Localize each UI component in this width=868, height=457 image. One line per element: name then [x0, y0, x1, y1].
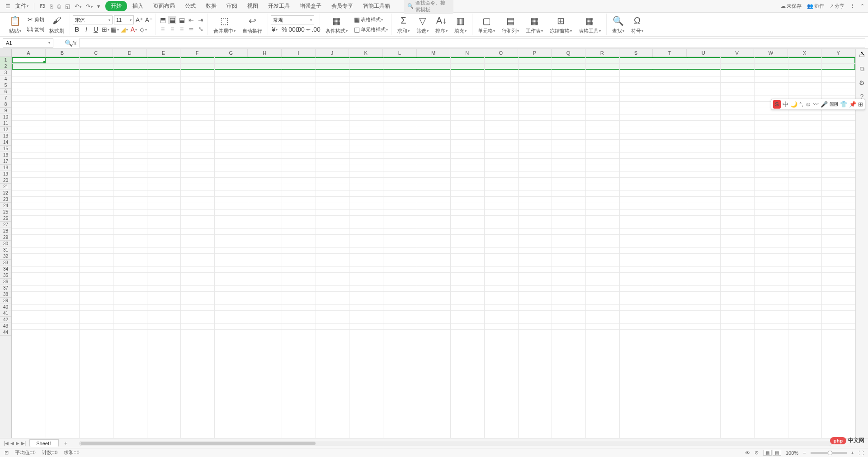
- tab-formula[interactable]: 公式: [180, 0, 200, 12]
- col-header-Y[interactable]: Y: [821, 49, 855, 57]
- table-style-button[interactable]: ▦表格样式: [352, 15, 389, 24]
- fill-button[interactable]: ▥填充: [452, 14, 469, 35]
- bold-icon[interactable]: B: [73, 25, 81, 33]
- add-sheet-button[interactable]: +: [61, 439, 70, 447]
- row-header-43[interactable]: 43: [0, 323, 11, 329]
- row-header-40[interactable]: 40: [0, 304, 11, 310]
- col-header-X[interactable]: X: [788, 49, 822, 57]
- row-header-10[interactable]: 10: [0, 114, 11, 120]
- row-header-30[interactable]: 30: [0, 241, 11, 247]
- col-header-Q[interactable]: Q: [552, 49, 585, 57]
- italic-icon[interactable]: I: [82, 25, 90, 33]
- hamburger-icon[interactable]: ☰: [4, 2, 12, 10]
- ime-keyboard-icon[interactable]: ⌨: [830, 101, 838, 108]
- zoom-formula-icon[interactable]: 🔍: [64, 39, 72, 47]
- sort-button[interactable]: A↓排序: [433, 14, 450, 35]
- filter-button[interactable]: ▽筛选: [414, 14, 431, 35]
- view-normal-icon[interactable]: ▦: [763, 450, 772, 456]
- status-record-icon[interactable]: ⊡: [5, 450, 9, 456]
- rowcol-button[interactable]: ▤行和列: [499, 14, 522, 35]
- col-header-D[interactable]: D: [113, 49, 147, 57]
- row-header-3[interactable]: 3: [0, 70, 11, 76]
- col-header-R[interactable]: R: [585, 49, 619, 57]
- row-header-7[interactable]: 7: [0, 95, 11, 101]
- more-menu-icon[interactable]: ⋮: [850, 3, 855, 9]
- ime-grid-icon[interactable]: ⊞: [858, 101, 863, 108]
- tab-view[interactable]: 视图: [243, 0, 263, 12]
- row-header-8[interactable]: 8: [0, 101, 11, 108]
- wrap-text-button[interactable]: ↩自动换行: [240, 14, 265, 35]
- col-header-U[interactable]: U: [687, 49, 721, 57]
- row-header-16[interactable]: 16: [0, 152, 11, 158]
- col-header-K[interactable]: K: [349, 49, 383, 57]
- row-header-11[interactable]: 11: [0, 120, 11, 127]
- sidebar-select-icon[interactable]: ▭: [859, 52, 865, 59]
- col-header-P[interactable]: P: [518, 49, 552, 57]
- increase-indent-icon[interactable]: ⇥: [197, 16, 205, 24]
- fill-color-icon[interactable]: ◢: [120, 25, 128, 33]
- ime-lang[interactable]: 中: [783, 100, 788, 109]
- col-header-A[interactable]: A: [12, 49, 46, 57]
- tab-smarttools[interactable]: 智能工具箱: [359, 0, 395, 12]
- font-color-icon[interactable]: A: [130, 25, 138, 33]
- eye-icon[interactable]: 👁: [745, 450, 750, 456]
- row-header-9[interactable]: 9: [0, 108, 11, 114]
- row-header-36[interactable]: 36: [0, 279, 11, 285]
- row-header-12[interactable]: 12: [0, 127, 11, 133]
- align-center-icon[interactable]: ≡: [168, 25, 176, 33]
- zoom-out-icon[interactable]: −: [803, 450, 806, 456]
- qa-more-icon[interactable]: ▾: [96, 2, 101, 10]
- formula-input[interactable]: [79, 38, 865, 48]
- col-header-C[interactable]: C: [79, 49, 113, 57]
- percent-icon[interactable]: %: [280, 25, 288, 33]
- freeze-button[interactable]: ⊞冻结窗格: [547, 14, 575, 35]
- col-header-T[interactable]: T: [653, 49, 687, 57]
- col-header-S[interactable]: S: [619, 49, 653, 57]
- align-right-icon[interactable]: ≡: [178, 25, 186, 33]
- redo-icon[interactable]: ↷: [85, 2, 94, 10]
- col-header-J[interactable]: J: [316, 49, 349, 57]
- ime-emoji-icon[interactable]: ☺: [805, 101, 811, 108]
- collab-button[interactable]: 👥 协作: [807, 3, 824, 10]
- row-header-21[interactable]: 21: [0, 184, 11, 190]
- row-header-41[interactable]: 41: [0, 310, 11, 317]
- row-header-23[interactable]: 23: [0, 196, 11, 203]
- ime-skin-icon[interactable]: 👕: [840, 101, 847, 108]
- zoom-slider[interactable]: [811, 452, 847, 454]
- row-header-34[interactable]: 34: [0, 266, 11, 272]
- increase-font-icon[interactable]: A⁺: [135, 16, 143, 24]
- cell-style-button[interactable]: ◫单元格样式: [352, 25, 389, 34]
- underline-icon[interactable]: U: [92, 25, 100, 33]
- name-box[interactable]: A1▾: [3, 38, 53, 48]
- sheet-tab-1[interactable]: Sheet1: [29, 439, 59, 447]
- col-header-F[interactable]: F: [180, 49, 214, 57]
- select-all-corner[interactable]: [0, 49, 12, 57]
- row-header-32[interactable]: 32: [0, 253, 11, 260]
- tab-insert[interactable]: 插入: [128, 0, 148, 12]
- tab-data[interactable]: 数据: [201, 0, 221, 12]
- tab-enhance[interactable]: 增强盒子: [295, 0, 326, 12]
- sidebar-snap-icon[interactable]: ⧉: [860, 65, 864, 73]
- ime-logo-icon[interactable]: S: [773, 100, 781, 109]
- row-header-39[interactable]: 39: [0, 298, 11, 304]
- tab-review[interactable]: 审阅: [222, 0, 242, 12]
- copy-button[interactable]: ⿻复制: [25, 25, 45, 34]
- row-header-35[interactable]: 35: [0, 272, 11, 279]
- merge-center-button[interactable]: ⬚合并居中: [211, 14, 238, 35]
- ime-pin-icon[interactable]: 📌: [849, 101, 856, 108]
- hscroll-thumb[interactable]: [80, 442, 316, 445]
- row-header-6[interactable]: 6: [0, 89, 11, 95]
- col-header-B[interactable]: B: [46, 49, 80, 57]
- row-header-22[interactable]: 22: [0, 190, 11, 196]
- table-tools-button[interactable]: ▦表格工具: [576, 14, 604, 35]
- row-header-19[interactable]: 19: [0, 171, 11, 177]
- border-icon[interactable]: ⊞: [101, 25, 109, 33]
- tab-home[interactable]: 开始: [105, 1, 127, 11]
- zoom-in-icon[interactable]: +: [851, 450, 854, 456]
- col-header-N[interactable]: N: [450, 49, 484, 57]
- focus-icon[interactable]: ⊙: [755, 450, 759, 456]
- row-header-37[interactable]: 37: [0, 285, 11, 291]
- sidebar-props-icon[interactable]: ⚙: [859, 79, 865, 86]
- ime-wave-icon[interactable]: 〰: [813, 101, 819, 108]
- sheet-next-icon[interactable]: ▶: [16, 441, 19, 446]
